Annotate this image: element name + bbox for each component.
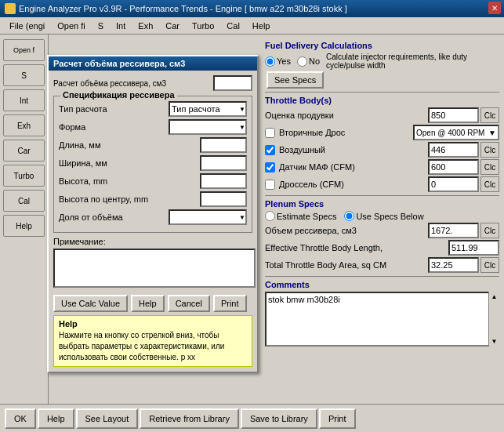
menu-car[interactable]: Car <box>159 20 186 32</box>
plenum-header: Plenum Specs <box>265 199 499 209</box>
oценка-input[interactable] <box>428 107 479 123</box>
throttle-area-input[interactable] <box>428 257 479 273</box>
estimate-specs-radio[interactable] <box>265 211 275 221</box>
top-calc-input[interactable] <box>213 75 252 91</box>
secondary-row: Вторичные Дрос Open @ 4000 RPM ▼ <box>265 125 499 140</box>
secondary-checkbox[interactable] <box>265 128 275 138</box>
volume-share-select[interactable] <box>169 209 247 225</box>
menu-open[interactable]: Open fi <box>51 20 91 32</box>
secondary-dropdown[interactable]: Open @ 4000 RPM ▼ <box>413 125 499 140</box>
help-box-text: Нажмите на кнопку со стрелкой вниз, чтоб… <box>59 330 247 363</box>
scroll-up-icon[interactable]: ▲ <box>491 293 498 300</box>
sidebar-btn-openf[interactable]: Open f <box>3 39 45 61</box>
throttle-length-input[interactable] <box>448 240 499 256</box>
radio-no[interactable] <box>297 56 307 67</box>
spec-groupbox-title: Спецификация рессивера <box>60 90 177 100</box>
menu-s[interactable]: S <box>92 20 110 32</box>
shape-select-wrapper: ▼ <box>169 119 247 135</box>
title-text: Engine Analyzer Pro v3.9R - Performance … <box>19 4 347 13</box>
scroll-down-icon[interactable]: ▼ <box>491 338 498 345</box>
shape-select[interactable] <box>169 119 247 135</box>
menu-turbo[interactable]: Turbo <box>186 20 220 32</box>
title-bar: Engine Analyzer Pro v3.9R - Performance … <box>0 0 504 17</box>
air-clc-button[interactable]: Clc <box>480 142 499 158</box>
air-input[interactable] <box>428 142 479 158</box>
radio-no-text: No <box>309 56 320 66</box>
air-row: Воздушный Clc <box>265 142 499 158</box>
length-input[interactable] <box>200 137 247 153</box>
sidebar-btn-help[interactable]: Help <box>3 215 45 237</box>
oценка-clc-button[interactable]: Clc <box>480 107 499 123</box>
throttle-clc-button[interactable]: Clc <box>480 176 499 192</box>
note-textarea-container <box>53 249 252 290</box>
scrollbar[interactable]: ▲ ▼ <box>488 292 499 347</box>
sidebar-btn-car[interactable]: Car <box>3 140 45 162</box>
volume-input[interactable] <box>428 223 479 238</box>
length-label: Длина, мм <box>59 140 200 150</box>
throttle-length-label: Effective Throttle Body Length, <box>265 243 447 252</box>
plenum-specs-section: Plenum Specs Estimate Specs Use Specs Be… <box>265 199 499 273</box>
use-specs-label[interactable]: Use Specs Below <box>344 211 423 221</box>
volume-row: Объем рессивера, см3 Clc <box>265 223 499 238</box>
throttle-row: Дроссель (CFM) Clc <box>265 176 499 192</box>
cancel-button[interactable]: Cancel <box>168 295 210 312</box>
fuel-delivery-radio-row: Yes No Calculate injector requirements, … <box>265 53 499 70</box>
width-input[interactable] <box>200 155 247 171</box>
throttle-input[interactable] <box>428 176 479 192</box>
radio-yes-label[interactable]: Yes <box>265 56 291 67</box>
use-calc-value-button[interactable]: Use Calc Value <box>53 295 128 312</box>
radio-no-label[interactable]: No <box>297 56 320 67</box>
throttle-checkbox[interactable] <box>265 180 275 190</box>
estimate-specs-label[interactable]: Estimate Specs <box>265 211 336 221</box>
comments-textarea[interactable]: stok bmw m30b28i <box>265 292 499 347</box>
type-select[interactable]: Тип расчота <box>169 101 247 117</box>
maf-checkbox[interactable] <box>265 162 275 172</box>
menu-help[interactable]: Help <box>246 20 277 32</box>
use-specs-radio[interactable] <box>344 211 354 221</box>
maf-clc-button[interactable]: Clc <box>480 159 499 175</box>
popup-buttons-row: Use Calc Value Help Cancel Print <box>53 295 252 312</box>
volume-share-label: Доля от объёма <box>59 212 169 222</box>
menu-file[interactable]: File (engi <box>3 20 51 32</box>
ok-button[interactable]: OK <box>5 408 36 429</box>
sidebar-btn-int[interactable]: Int <box>3 89 45 111</box>
sidebar-btn-s[interactable]: S <box>3 64 45 86</box>
sidebar-btn-cal[interactable]: Cal <box>3 190 45 212</box>
maf-label: Датчик МАФ (CFM) <box>279 162 426 172</box>
popup-print-button[interactable]: Print <box>213 295 247 312</box>
divider-2 <box>265 195 499 196</box>
see-specs-button[interactable]: See Specs <box>267 71 324 89</box>
menu-int[interactable]: Int <box>110 20 132 32</box>
sidebar-btn-turbo[interactable]: Turbo <box>3 165 45 187</box>
help-button[interactable]: Help <box>38 408 74 429</box>
center-height-input[interactable] <box>200 191 247 207</box>
help-box: Help Нажмите на кнопку со стрелкой вниз,… <box>53 315 252 367</box>
radio-yes[interactable] <box>265 56 275 67</box>
air-checkbox[interactable] <box>265 145 275 155</box>
popup-help-button[interactable]: Help <box>131 295 165 312</box>
see-layout-button[interactable]: See Layout <box>76 408 139 429</box>
menu-cal[interactable]: Cal <box>220 20 246 32</box>
help-box-title: Help <box>59 319 247 329</box>
fuel-delivery-header: Fuel Delivery Calculations <box>265 41 499 50</box>
volume-label: Объем рессивера, см3 <box>265 226 426 235</box>
throttle-area-clc-button[interactable]: Clc <box>480 257 499 273</box>
height-input[interactable] <box>200 173 247 189</box>
volume-clc-button[interactable]: Clc <box>480 223 499 238</box>
bottom-bar: OK Help See Layout Retrieve from Library… <box>0 404 504 432</box>
save-to-library-button[interactable]: Save to Library <box>241 408 317 429</box>
radio-yes-text: Yes <box>277 56 291 66</box>
left-sidebar: Open f S Int Exh Car Turbo Cal Help <box>0 34 49 432</box>
divider-3 <box>265 276 499 277</box>
throttle-body-section: Throttle Body(s) Оценка продувки Clc Вто… <box>265 96 499 192</box>
sidebar-btn-exh[interactable]: Exh <box>3 114 45 136</box>
plenum-radio-row: Estimate Specs Use Specs Below <box>265 211 499 221</box>
maf-input[interactable] <box>428 159 479 175</box>
right-panel: Fuel Delivery Calculations Yes No Calcul… <box>260 34 504 432</box>
note-textarea[interactable] <box>53 249 256 288</box>
close-button[interactable]: ✕ <box>488 2 501 14</box>
menu-exh[interactable]: Exh <box>132 20 159 32</box>
retrieve-from-library-button[interactable]: Retrieve from Library <box>140 408 239 429</box>
print-button[interactable]: Print <box>319 408 356 429</box>
throttle-length-row: Effective Throttle Body Length, <box>265 240 499 256</box>
